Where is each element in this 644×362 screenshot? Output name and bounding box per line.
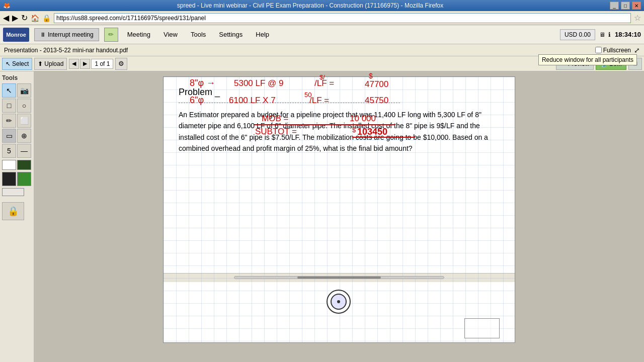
- tool-row-2: □ ○: [2, 99, 32, 113]
- minimize-button[interactable]: _: [610, 2, 619, 10]
- menu-view[interactable]: View: [159, 29, 182, 40]
- color-row-3: [2, 188, 32, 196]
- address-input[interactable]: [54, 13, 631, 23]
- pen-draw-tool[interactable]: ✏: [2, 114, 16, 128]
- page-indicator: 1 of 1: [91, 59, 113, 69]
- menu-tools[interactable]: Tools: [187, 29, 210, 40]
- tools-panel: Tools ↖ 📷 □ ○ ✏ ⬜ ▭ ⊕ 5 —: [0, 71, 34, 362]
- light-swatch[interactable]: [2, 188, 24, 196]
- text-tool[interactable]: 5: [2, 144, 16, 158]
- bookmark-star-icon[interactable]: ☆: [634, 13, 641, 23]
- ssl-lock-icon: 🔒: [42, 14, 51, 22]
- info-icons-area: 🖥 ℹ: [599, 31, 611, 38]
- clock-display: 18:34:10: [615, 31, 641, 38]
- address-bar: ◀ ▶ ↻ 🏠 🔒 ☆: [0, 11, 644, 25]
- fullscreen-checkbox-area: Fullscreen: [595, 47, 631, 54]
- fullscreen-label: Fullscreen: [603, 47, 631, 54]
- next-page-button[interactable]: ▶: [80, 59, 90, 69]
- tool-row-5: 5 —: [2, 144, 32, 158]
- window-icon: 🦊: [3, 2, 11, 9]
- presentation-title: Presentation - 2013-5-22 mini-nar handou…: [4, 47, 128, 54]
- upload-button[interactable]: ⬆ Upload: [34, 58, 67, 70]
- upload-icon: ⬆: [38, 60, 43, 67]
- slide-settings-button[interactable]: ⚙: [115, 58, 127, 70]
- fullscreen-checkbox[interactable]: [595, 47, 602, 53]
- maximize-button[interactable]: □: [621, 2, 630, 10]
- dark-color-swatch[interactable]: [17, 160, 31, 170]
- slide-bottom-right-rect: [464, 318, 500, 338]
- lock-tool-container: 🔒: [2, 200, 32, 220]
- tool-row-1: ↖ 📷: [2, 83, 32, 98]
- color-row: [2, 160, 32, 170]
- prev-page-button[interactable]: ◀: [69, 59, 79, 69]
- usd-balance-button[interactable]: USD 0.00: [560, 29, 595, 40]
- problem-title: Problem _: [179, 87, 500, 98]
- menu-settings[interactable]: Settings: [215, 29, 247, 40]
- white-color-swatch[interactable]: [2, 160, 16, 170]
- back-button[interactable]: ◀: [3, 13, 9, 23]
- pointer-outer-circle: [327, 290, 351, 314]
- camera-tool[interactable]: 📷: [17, 83, 31, 98]
- pen-tool-button[interactable]: ✏: [104, 28, 118, 42]
- ellipse-tool[interactable]: ○: [17, 99, 31, 113]
- canvas-area[interactable]: 8"φ → 5300 LF @ 9 $/ /LF = $ 47700 6"φ 6…: [34, 71, 644, 362]
- green-swatch[interactable]: [17, 172, 31, 186]
- forward-button[interactable]: ▶: [12, 13, 18, 23]
- window-title: spreed - Live mini webinar - Civil PE Ex…: [177, 2, 444, 9]
- page-navigation: ◀ ▶ 1 of 1: [69, 59, 113, 69]
- tooltip: Reduce window for all participants: [538, 54, 637, 65]
- titlebar: 🦊 spreed - Live mini webinar - Civil PE …: [0, 0, 644, 11]
- fullscreen-area: Fullscreen ⤢: [595, 46, 640, 54]
- menu-bar: Monroe ⏸ Interrupt meeting ✏ Meeting Vie…: [0, 25, 644, 44]
- title-separator: [179, 103, 400, 103]
- line-tool[interactable]: —: [17, 144, 31, 158]
- interrupt-meeting-button[interactable]: ⏸ Interrupt meeting: [34, 28, 99, 41]
- slide-pointer: [327, 290, 352, 315]
- right-menu-area: USD 0.00 🖥 ℹ 18:34:10: [560, 29, 641, 40]
- lock-tool[interactable]: 🔒: [2, 202, 24, 220]
- eraser-tool-2[interactable]: ▭: [2, 129, 16, 143]
- interrupt-icon: ⏸: [40, 31, 46, 38]
- menu-help[interactable]: Help: [252, 29, 273, 40]
- pointer-dot: [337, 300, 340, 303]
- menu-meeting[interactable]: Meeting: [123, 29, 154, 40]
- fullscreen-icon[interactable]: ⤢: [634, 46, 640, 54]
- main-area: Tools ↖ 📷 □ ○ ✏ ⬜ ▭ ⊕ 5 —: [0, 71, 644, 362]
- home-button[interactable]: 🏠: [31, 14, 39, 22]
- problem-text: An Estimator prepared a budget for a pip…: [179, 109, 500, 154]
- pointer-inner-circle: [331, 294, 347, 310]
- tool-row-3: ✏ ⬜: [2, 114, 32, 128]
- color-row-2: [2, 172, 32, 186]
- select-icon: ↖: [6, 60, 11, 67]
- pen-icon: ✏: [108, 31, 114, 38]
- eraser-tool[interactable]: ⬜: [17, 114, 31, 128]
- slide-horizontal-scrollbar[interactable]: [234, 276, 445, 279]
- close-button[interactable]: ✕: [632, 2, 641, 10]
- refresh-button[interactable]: ↻: [21, 13, 28, 23]
- info-icon[interactable]: ℹ: [608, 31, 611, 38]
- screen-share-icon[interactable]: 🖥: [599, 31, 605, 38]
- select-button[interactable]: ↖ Select: [2, 58, 32, 70]
- slide-scrollbar-area[interactable]: [164, 273, 515, 282]
- stamp-tool[interactable]: ⊕: [17, 129, 31, 143]
- monroe-logo: Monroe: [3, 28, 29, 42]
- scrollbar-thumb[interactable]: [297, 277, 381, 279]
- slide-container: 8"φ → 5300 LF @ 9 $/ /LF = $ 47700 6"φ 6…: [163, 76, 515, 343]
- arrow-select-tool[interactable]: ↖: [2, 83, 16, 98]
- handwriting-area: [179, 162, 500, 263]
- black-swatch[interactable]: [2, 172, 16, 186]
- tool-row-4: ▭ ⊕: [2, 129, 32, 143]
- slide-content: Problem _ An Estimator prepared a budget…: [164, 77, 515, 273]
- tools-label: Tools: [2, 73, 32, 82]
- rectangle-tool[interactable]: □: [2, 99, 16, 113]
- window-controls: _ □ ✕: [610, 2, 641, 10]
